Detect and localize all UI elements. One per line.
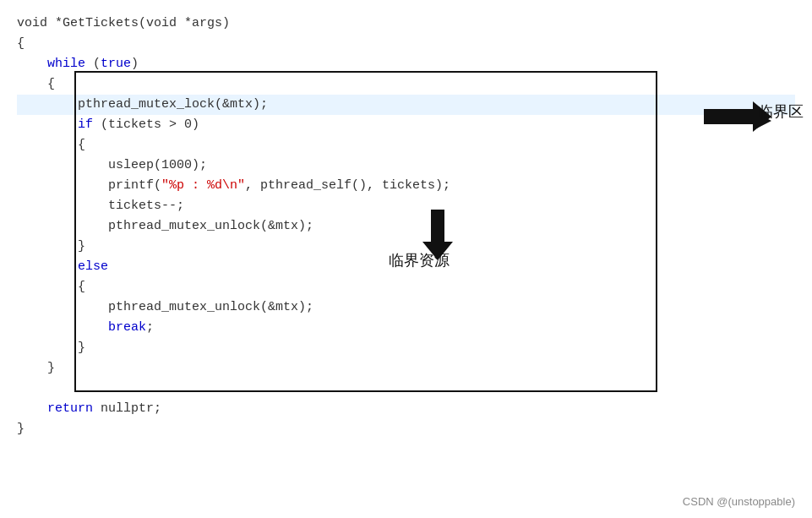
code-line-17: } — [17, 338, 795, 358]
code-line-3: while (true) — [17, 54, 795, 74]
code-line-16: break; — [17, 318, 795, 338]
critical-section-label: 临界区 — [758, 101, 804, 122]
code-line-8: usleep(1000); — [17, 155, 795, 176]
code-line-21: } — [17, 419, 795, 439]
code-line-5: pthread_mutex_lock(&mtx); — [17, 95, 795, 115]
code-line-9: printf("%p : %d\n", pthread_self(), tick… — [17, 176, 795, 196]
code-line-1: void *GetTickets(void *args) — [17, 14, 795, 34]
code-line-19 — [17, 379, 795, 399]
code-line-20: return nullptr; — [17, 399, 795, 419]
code-block: void *GetTickets(void *args) { while (tr… — [0, 0, 812, 453]
code-line-2: { — [17, 34, 795, 54]
code-line-14: { — [17, 277, 795, 297]
code-line-18: } — [17, 358, 795, 379]
code-line-10: tickets--; — [17, 196, 795, 216]
code-line-7: { — [17, 135, 795, 155]
code-line-6: if (tickets > 0) — [17, 115, 795, 135]
watermark: CSDN @(unstoppable) — [683, 495, 795, 508]
critical-resource-label: 临界资源 — [389, 250, 450, 270]
code-line-15: pthread_mutex_unlock(&mtx); — [17, 297, 795, 318]
code-line-11: pthread_mutex_unlock(&mtx); — [17, 216, 795, 237]
code-line-4: { — [17, 74, 795, 95]
